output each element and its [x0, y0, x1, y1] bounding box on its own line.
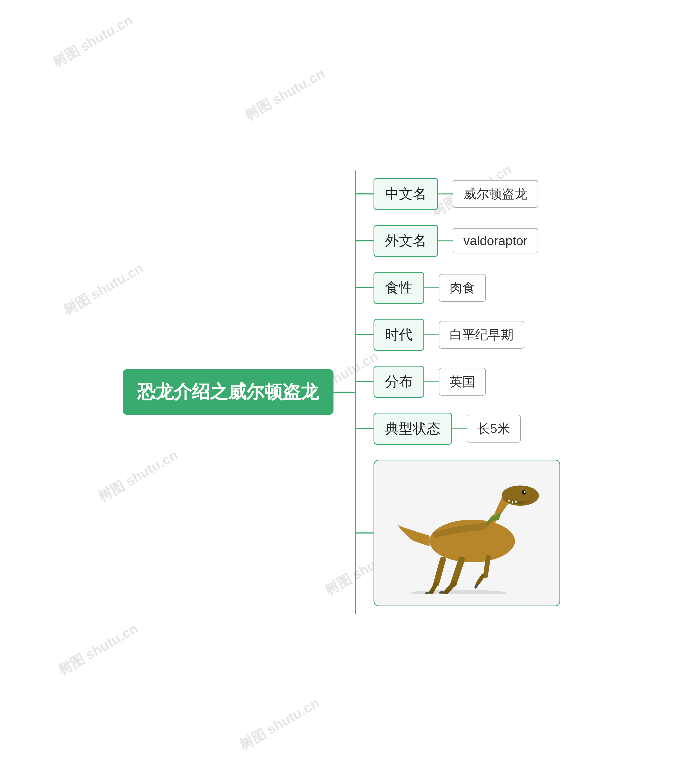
branch-connector-5 — [355, 381, 374, 382]
watermark-8: 树图 shutu.cn — [55, 619, 141, 680]
branch-row-typical-state: 典型状态 长5米 — [355, 405, 560, 452]
svg-line-8 — [436, 560, 443, 584]
value-typical-state: 长5米 — [467, 415, 521, 443]
category-chinese-name: 中文名 — [374, 178, 438, 210]
branch-connector-1 — [355, 193, 374, 194]
branch-connector-3 — [355, 287, 374, 289]
branch-row-diet: 食性 肉食 — [355, 265, 560, 311]
svg-line-4 — [486, 557, 488, 576]
watermark-9: 树图 shutu.cn — [236, 694, 323, 755]
value-foreign-name: valdoraptor — [453, 228, 538, 253]
category-typical-state: 典型状态 — [374, 413, 452, 445]
dinosaur-image-card — [374, 460, 560, 606]
value-connector-2 — [438, 240, 453, 241]
value-diet: 肉食 — [439, 274, 486, 302]
branch-row-era: 时代 白垩纪早期 — [355, 311, 560, 358]
root-label: 恐龙介绍之威尔顿盗龙 — [137, 382, 319, 402]
svg-line-5 — [478, 576, 483, 584]
svg-point-3 — [524, 491, 526, 493]
category-foreign-name: 外文名 — [374, 225, 438, 257]
branch-row-chinese-name: 中文名 威尔顿盗龙 — [355, 170, 560, 217]
value-connector-6 — [452, 428, 467, 429]
branch-connector-7 — [355, 532, 374, 534]
branch-row-image — [355, 452, 560, 614]
category-diet: 食性 — [374, 272, 424, 304]
dinosaur-svg — [390, 471, 544, 594]
svg-line-6 — [454, 560, 462, 584]
root-connector — [333, 391, 355, 393]
svg-point-10 — [411, 590, 507, 594]
category-era: 时代 — [374, 319, 424, 351]
branch-connector-6 — [355, 428, 374, 429]
branch-row-distribution: 分布 英国 — [355, 358, 560, 405]
value-connector-3 — [424, 287, 439, 289]
value-distribution: 英国 — [439, 368, 486, 396]
value-chinese-name: 威尔顿盗龙 — [453, 180, 538, 208]
branch-connector-2 — [355, 240, 374, 241]
category-distribution: 分布 — [374, 366, 424, 398]
value-connector-4 — [424, 334, 439, 335]
value-connector-1 — [438, 193, 453, 194]
root-node: 恐龙介绍之威尔顿盗龙 — [123, 369, 333, 415]
mind-map: 恐龙介绍之威尔顿盗龙 中文名 威尔顿盗龙 外文名 valdoraptor — [123, 170, 560, 614]
branch-row-foreign-name: 外文名 valdoraptor — [355, 217, 560, 265]
value-era: 白垩纪早期 — [439, 321, 524, 349]
branch-connector-4 — [355, 334, 374, 335]
branches-wrapper: 中文名 威尔顿盗龙 外文名 valdoraptor 食性 — [355, 170, 560, 614]
value-connector-5 — [424, 381, 439, 382]
watermark-1: 树图 shutu.cn — [50, 11, 136, 72]
watermark-2: 树图 shutu.cn — [242, 64, 328, 125]
